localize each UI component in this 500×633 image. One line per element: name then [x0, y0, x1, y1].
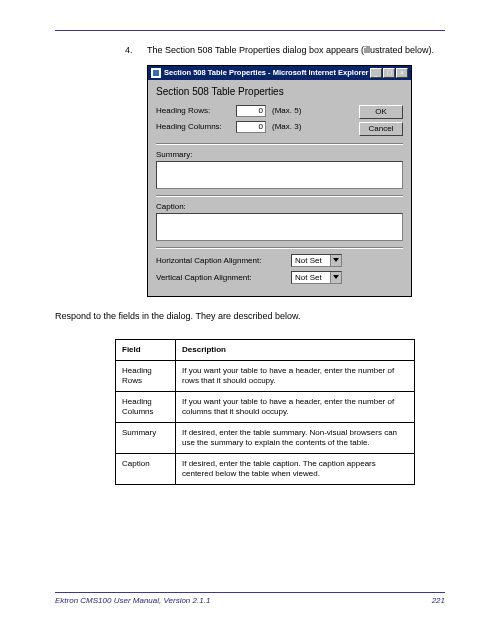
v-align-select[interactable]: Not Set — [291, 271, 342, 284]
heading-cols-max: (Max. 3) — [272, 122, 314, 131]
h-align-select[interactable]: Not Set — [291, 254, 342, 267]
table-row: Heading Columns If you want your table t… — [116, 391, 415, 422]
svg-rect-0 — [153, 70, 159, 76]
field-description-table: Field Description Heading Rows If you wa… — [115, 339, 415, 485]
step-text: The Section 508 Table Properties dialog … — [147, 45, 434, 57]
table-row: Caption If desired, enter the table capt… — [116, 453, 415, 484]
heading-cols-label: Heading Columns: — [156, 122, 236, 131]
post-dialog-text: Respond to the fields in the dialog. The… — [55, 311, 445, 321]
heading-rows-max: (Max. 5) — [272, 106, 314, 115]
caption-textarea[interactable] — [156, 213, 403, 241]
table-row: Summary If desired, enter the table summ… — [116, 422, 415, 453]
svg-marker-1 — [333, 258, 339, 262]
summary-textarea[interactable] — [156, 161, 403, 189]
col-field: Field — [116, 339, 176, 360]
col-desc: Description — [176, 339, 415, 360]
dialog-titlebar: Section 508 Table Properties - Microsoft… — [148, 66, 411, 80]
page-footer: Ektron CMS100 User Manual, Version 2.1.1… — [55, 592, 445, 605]
footer-left: Ektron CMS100 User Manual, Version 2.1.1 — [55, 596, 210, 605]
close-button[interactable]: × — [396, 68, 408, 78]
minimize-button[interactable]: _ — [370, 68, 382, 78]
dialog-heading: Section 508 Table Properties — [156, 86, 403, 97]
heading-rows-label: Heading Rows: — [156, 106, 236, 115]
table-row: Heading Rows If you want your table to h… — [116, 360, 415, 391]
maximize-button[interactable]: □ — [383, 68, 395, 78]
heading-cols-input[interactable]: 0 — [236, 121, 266, 133]
step-4: 4. The Section 508 Table Properties dial… — [125, 45, 445, 57]
chevron-down-icon — [330, 255, 341, 266]
v-align-label: Vertical Caption Alignment: — [156, 273, 291, 282]
ok-button[interactable]: OK — [359, 105, 403, 119]
window-title: Section 508 Table Properties - Microsoft… — [164, 68, 369, 77]
heading-rows-input[interactable]: 0 — [236, 105, 266, 117]
page-number: 221 — [432, 596, 445, 605]
h-align-label: Horizontal Caption Alignment: — [156, 256, 291, 265]
section508-dialog: Section 508 Table Properties - Microsoft… — [147, 65, 412, 297]
cancel-button[interactable]: Cancel — [359, 122, 403, 136]
summary-label: Summary: — [156, 150, 403, 159]
chevron-down-icon — [330, 272, 341, 283]
svg-marker-2 — [333, 275, 339, 279]
app-icon — [151, 68, 161, 78]
caption-label: Caption: — [156, 202, 403, 211]
table-header-row: Field Description — [116, 339, 415, 360]
step-number: 4. — [125, 45, 147, 57]
